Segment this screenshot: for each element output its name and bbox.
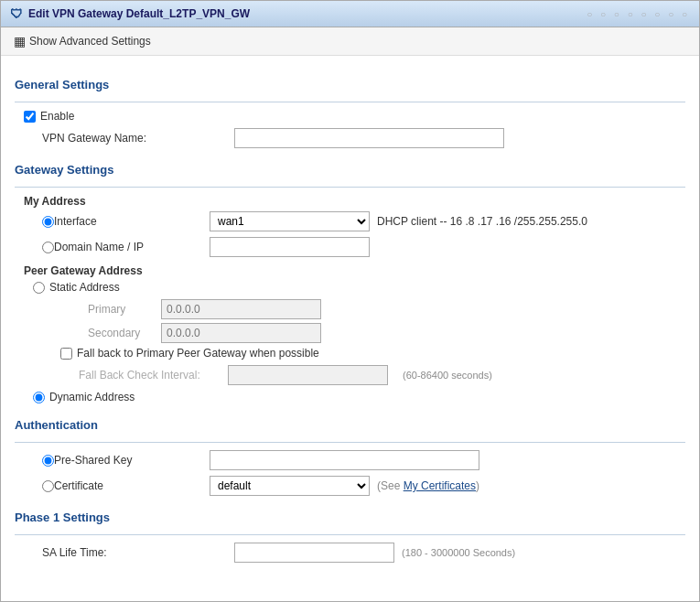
sa-life-time-input[interactable]: 86400: [234, 543, 394, 563]
fallback-interval-hint: (60-86400 seconds): [403, 370, 492, 381]
vpn-gateway-name-input[interactable]: Default_L2TP_VPN_GW: [234, 128, 504, 148]
content-area: General Settings Enable VPN Gateway Name…: [1, 56, 699, 577]
show-advanced-label: Show Advanced Settings: [29, 35, 151, 48]
window-icon: 🛡: [10, 6, 23, 21]
fallback-row: Fall back to Primary Peer Gateway when p…: [15, 347, 685, 360]
phase1-settings-divider: [15, 534, 685, 535]
general-settings-divider: [15, 102, 685, 102]
sa-life-time-hint: (180 - 3000000 Seconds): [402, 547, 515, 558]
interface-radio-label[interactable]: Interface: [54, 215, 210, 228]
primary-row: Primary: [88, 299, 685, 319]
primary-label: Primary: [88, 303, 161, 316]
dynamic-address-radio[interactable]: [33, 392, 45, 403]
fallback-interval-label: Fall Back Check Interval:: [79, 369, 221, 382]
static-address-label[interactable]: Static Address: [49, 281, 120, 294]
domain-name-label[interactable]: Domain Name / IP: [54, 241, 210, 253]
my-address-label: My Address: [24, 195, 86, 208]
primary-input[interactable]: [161, 299, 321, 319]
window-title: Edit VPN Gateway Default_L2TP_VPN_GW: [28, 7, 250, 20]
grid-icon: ▦: [14, 34, 26, 48]
secondary-label: Secondary: [88, 327, 161, 339]
interface-select[interactable]: wan1 wan2 lan1: [210, 211, 370, 231]
preshared-key-label[interactable]: Pre-Shared Key: [54, 454, 210, 467]
peer-gateway-label: Peer Gateway Address: [24, 264, 143, 277]
enable-checkbox[interactable]: [24, 111, 36, 123]
primary-field-row: Primary Secondary: [15, 299, 685, 343]
vpn-gateway-name-label: VPN Gateway Name:: [42, 132, 234, 145]
vpn-gateway-name-row: VPN Gateway Name: Default_L2TP_VPN_GW: [15, 128, 685, 148]
sa-life-time-row: SA Life Time: 86400 (180 - 3000000 Secon…: [15, 543, 685, 563]
my-address-section: My Address: [15, 195, 685, 208]
fallback-interval-input[interactable]: 300: [228, 365, 388, 385]
static-address-radio[interactable]: [33, 282, 45, 294]
interface-radio[interactable]: [42, 216, 54, 228]
dhcp-info: DHCP client -- 16 .8 .17 .16 /255.255.25…: [377, 215, 587, 228]
toolbar: ▦ Show Advanced Settings: [1, 27, 699, 56]
my-certificates-link[interactable]: My Certificates: [404, 479, 476, 492]
show-advanced-settings-button[interactable]: ▦ Show Advanced Settings: [10, 32, 155, 50]
general-settings-header: General Settings: [15, 78, 685, 94]
domain-radio[interactable]: [42, 242, 54, 253]
certificate-select[interactable]: default: [210, 476, 370, 496]
domain-radio-group: [42, 242, 54, 253]
preshared-key-radio[interactable]: [42, 455, 54, 467]
authentication-divider: [15, 442, 685, 443]
static-address-row: Static Address: [15, 281, 685, 294]
interface-radio-group: [42, 216, 54, 228]
dynamic-address-row: Dynamic Address: [15, 391, 685, 403]
secondary-row: Secondary: [88, 323, 685, 343]
title-dots: ○ ○ ○ ○ ○ ○ ○ ○: [587, 9, 690, 19]
phase1-settings-header: Phase 1 Settings: [15, 511, 685, 527]
enable-row: Enable: [15, 110, 685, 123]
title-bar: 🛡 Edit VPN Gateway Default_L2TP_VPN_GW ○…: [1, 1, 699, 27]
fallback-label[interactable]: Fall back to Primary Peer Gateway when p…: [77, 347, 319, 360]
certificate-label[interactable]: Certificate: [54, 479, 210, 492]
preshared-key-input[interactable]: dougreid: [210, 450, 479, 470]
dynamic-address-label[interactable]: Dynamic Address: [49, 391, 135, 403]
certificate-row: Certificate default (See My Certificates…: [15, 476, 685, 496]
secondary-input[interactable]: [161, 323, 321, 343]
preshared-key-row: Pre-Shared Key dougreid: [15, 450, 685, 470]
peer-gateway-section: Peer Gateway Address: [15, 264, 685, 277]
fallback-checkbox[interactable]: [60, 348, 72, 360]
gateway-settings-divider: [15, 187, 685, 188]
see-cert-text: (See My Certificates): [377, 479, 479, 492]
domain-name-row: Domain Name / IP: [15, 237, 685, 257]
title-bar-left: 🛡 Edit VPN Gateway Default_L2TP_VPN_GW: [10, 6, 250, 21]
main-window: 🛡 Edit VPN Gateway Default_L2TP_VPN_GW ○…: [0, 0, 700, 602]
authentication-header: Authentication: [15, 418, 685, 435]
fallback-interval-row: Fall Back Check Interval: 300 (60-86400 …: [15, 365, 685, 385]
domain-name-input[interactable]: [210, 237, 370, 257]
interface-row: Interface wan1 wan2 lan1 DHCP client -- …: [15, 211, 685, 231]
gateway-settings-header: Gateway Settings: [15, 163, 685, 179]
sa-life-time-label: SA Life Time:: [42, 546, 234, 559]
enable-label[interactable]: Enable: [40, 110, 74, 123]
certificate-radio[interactable]: [42, 480, 54, 492]
